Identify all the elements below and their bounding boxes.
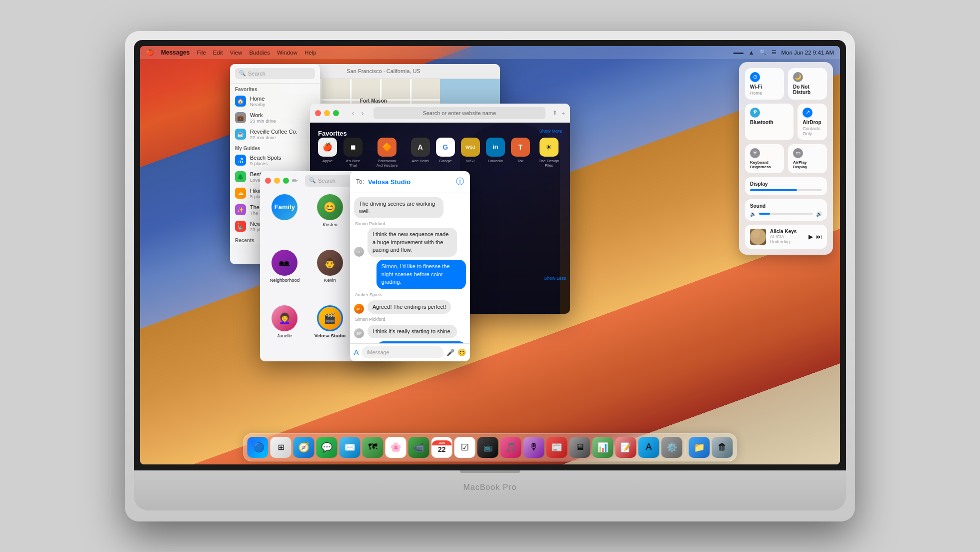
safari-forward-btn[interactable]: › — [358, 109, 366, 117]
dock-photos[interactable]: 🌸 — [386, 437, 406, 458]
show-more-btn[interactable]: Show More — [539, 129, 562, 134]
dock-appletv[interactable]: 📺 — [478, 437, 498, 458]
menubar-app-name[interactable]: Messages — [161, 49, 190, 56]
calendar-day: 22 — [438, 445, 446, 454]
chat-appstore-icon[interactable]: A — [354, 348, 358, 356]
dock-finder[interactable]: 🔵 — [248, 437, 268, 458]
menubar-edit[interactable]: Edit — [213, 50, 223, 56]
fav-patchwork[interactable]: 🔶 Patchwork Architecture — [369, 138, 404, 168]
menubar-controlcenter-icon[interactable]: ☰ — [772, 49, 776, 56]
menubar-buddies[interactable]: Buddies — [249, 50, 270, 56]
menubar-battery-icon[interactable]: ▬▬ — [734, 50, 744, 55]
menubar-wifi-icon[interactable]: ▲ — [748, 49, 754, 56]
contact-janelle[interactable]: 👩‍🦱 Janelle — [264, 305, 306, 357]
sidebar-item-beach-spots[interactable]: 🏖 Beach Spots 9 places — [230, 152, 320, 169]
trash-icon: 🗑 — [718, 442, 727, 452]
dock-podcasts[interactable]: 🎙 — [524, 437, 544, 458]
chat-input-placeholder: iMessage — [366, 349, 389, 355]
safari-back-btn[interactable]: ‹ — [349, 109, 357, 117]
fav-google[interactable]: G Google — [436, 138, 455, 168]
keynote-icon: 🖥 — [576, 442, 584, 452]
cc-airplay-tile[interactable]: ▭ AirPlay Display — [788, 144, 827, 173]
menubar-window[interactable]: Window — [277, 50, 298, 56]
cc-dnd-tile[interactable]: 🌙 Do Not Disturb — [788, 68, 827, 100]
contact-family[interactable]: Family — [264, 194, 306, 246]
cc-next-button[interactable]: ⏭ — [816, 233, 822, 240]
cc-airplay-icon: ▭ — [793, 148, 803, 158]
facetime-icon: 📹 — [414, 442, 424, 453]
neighborhood-avatar: 🏘 — [272, 250, 298, 276]
dock-syspreferences[interactable]: ⚙️ — [662, 437, 682, 458]
cc-keyboard-tile[interactable]: ☀ Keyboard Brightness — [745, 144, 784, 173]
menubar-search-icon[interactable]: 🔍 — [760, 49, 766, 56]
cc-sound-track[interactable] — [759, 213, 813, 215]
cc-display-track[interactable] — [750, 189, 822, 191]
fav-acehotel[interactable]: A Ace Hotel — [411, 138, 430, 168]
dock-launchpad[interactable]: ⊞ — [270, 437, 292, 458]
contact-velosa-studio[interactable]: 🎬 Velosa Studio — [310, 305, 351, 357]
cc-now-playing[interactable]: Alicia Keys ALICIA · Underdog ▶ ⏭ — [745, 225, 827, 249]
dock-pages[interactable]: 📝 — [616, 437, 636, 458]
safari-new-tab-btn[interactable]: + — [562, 110, 565, 116]
menubar-file[interactable]: File — [196, 50, 206, 56]
kevin-name: Kevin — [324, 277, 336, 283]
fav-designfiles[interactable]: ☀ The Design Files — [536, 138, 562, 168]
dock-maps[interactable]: 🗺 — [362, 437, 384, 458]
fav-google-icon: G — [436, 138, 455, 157]
sidebar-item-home[interactable]: 🏠 Home Nearby — [230, 93, 320, 110]
dock-mail[interactable]: ✉️ — [340, 437, 360, 458]
fav-linkedin[interactable]: in LinkedIn — [486, 138, 505, 168]
dock-numbers[interactable]: 📊 — [592, 437, 614, 458]
dock-trash[interactable]: 🗑 — [712, 437, 733, 458]
cc-play-button[interactable]: ▶ — [808, 233, 813, 240]
contact-kevin[interactable]: 👨 Kevin — [310, 250, 351, 301]
cc-wifi-tile[interactable]: ⊙ Wi-Fi Home — [745, 68, 784, 100]
dock-folder[interactable]: 📁 — [689, 437, 710, 458]
chat-emoji-btn[interactable]: 😊 — [458, 348, 466, 356]
dock-calendar[interactable]: JUN 22 — [432, 437, 452, 458]
fav-itsnicethat[interactable]: ◼ It's Nice That — [343, 138, 363, 168]
messages-minimize-btn[interactable] — [274, 178, 280, 184]
chat-audio-icon[interactable]: 🎤 — [446, 349, 454, 356]
chat-messages-list[interactable]: The driving scenes are working well. Sim… — [350, 193, 470, 343]
safari-fullscreen-btn[interactable] — [333, 110, 339, 116]
dock-news[interactable]: 📰 — [546, 437, 568, 458]
dock-appstore[interactable]: A — [638, 437, 660, 458]
menubar-view[interactable]: View — [230, 50, 242, 56]
fav-linkedin-icon: in — [486, 138, 505, 157]
dock-safari[interactable]: 🧭 — [294, 437, 314, 458]
safari-close-btn[interactable] — [315, 110, 321, 116]
sidebar-item-work[interactable]: 💼 Work 23 min drive — [230, 110, 320, 126]
apple-menu-icon[interactable]: 🍎 — [146, 49, 154, 56]
maps-search-input[interactable]: 🔍 Search — [235, 68, 315, 79]
dock-keynote[interactable]: 🖥 — [570, 437, 590, 458]
cc-bluetooth-tile[interactable]: Ᵽ Bluetooth — [745, 104, 794, 140]
dock-music[interactable]: 🎵 — [500, 437, 522, 458]
contact-neighborhood[interactable]: 🏘 Neighborhood — [264, 250, 306, 301]
cc-wifi-icon: ⊙ — [750, 72, 760, 82]
messages-icon: 💬 — [322, 442, 332, 453]
messages-search-placeholder: Search — [318, 178, 336, 184]
fav-apple[interactable]: 🍎 Apple — [318, 138, 337, 168]
chat-message-input[interactable]: iMessage — [362, 346, 444, 358]
chat-info-button[interactable]: ⓘ — [456, 177, 464, 187]
safari-minimize-btn[interactable] — [324, 110, 330, 116]
show-less-btn[interactable]: Show Less — [544, 276, 566, 281]
messages-close-btn[interactable] — [265, 178, 271, 184]
safari-share-btn[interactable]: ⬆ — [552, 110, 557, 116]
fav-wsj[interactable]: WSJ WSJ — [461, 138, 480, 168]
messages-fullscreen-btn[interactable] — [283, 178, 289, 184]
safari-url-bar[interactable]: Search or enter website name — [374, 107, 546, 119]
sidebar-item-coffee[interactable]: ☕ Reveille Coffee Co. 22 min drive — [230, 126, 320, 143]
cc-airdrop-tile[interactable]: ↗ AirDrop Contacts Only — [798, 104, 827, 140]
contact-kristen[interactable]: 😊 Kristen — [310, 194, 351, 246]
messages-compose-icon[interactable]: ✏ — [292, 177, 298, 185]
dock-reminders[interactable]: ☑ — [454, 437, 476, 458]
dock-messages[interactable]: 💬 — [316, 437, 338, 458]
menubar-help[interactable]: Help — [304, 50, 316, 56]
sidebar-item-text-home: Home Nearby — [250, 96, 315, 107]
dock-facetime[interactable]: 📹 — [408, 437, 430, 458]
fav-tali[interactable]: T Tali — [511, 138, 530, 168]
fav-designfiles-label: The Design Files — [536, 159, 562, 168]
macbook-notch — [460, 470, 520, 473]
